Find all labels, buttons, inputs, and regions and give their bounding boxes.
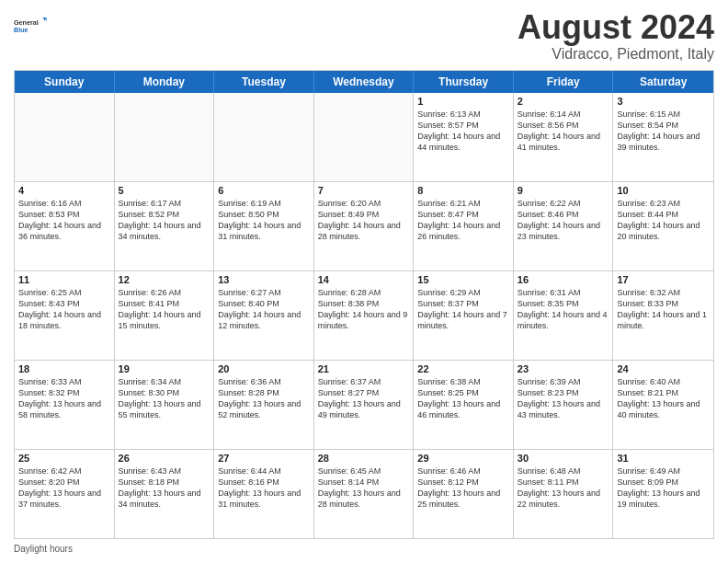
day-cell-7: 7Sunrise: 6:20 AM Sunset: 8:49 PM Daylig… — [314, 182, 415, 270]
day-info-31: Sunrise: 6:49 AM Sunset: 8:09 PM Dayligh… — [617, 465, 710, 511]
footer: Daylight hours — [14, 544, 714, 554]
day-cell-10: 10Sunrise: 6:23 AM Sunset: 8:44 PM Dayli… — [613, 182, 713, 270]
day-info-29: Sunrise: 6:46 AM Sunset: 8:12 PM Dayligh… — [417, 465, 509, 511]
day-number-3: 3 — [617, 96, 710, 107]
header-friday: Friday — [514, 71, 614, 93]
day-cell-18: 18Sunrise: 6:33 AM Sunset: 8:32 PM Dayli… — [15, 361, 115, 449]
day-info-13: Sunrise: 6:27 AM Sunset: 8:40 PM Dayligh… — [218, 287, 310, 332]
calendar-week-3: 11Sunrise: 6:25 AM Sunset: 8:43 PM Dayli… — [15, 270, 713, 360]
day-info-9: Sunrise: 6:22 AM Sunset: 8:46 PM Dayligh… — [518, 198, 609, 243]
page: General Blue August 2024 Vidracco, Piedm… — [0, 0, 728, 563]
day-cell-19: 19Sunrise: 6:34 AM Sunset: 8:30 PM Dayli… — [115, 361, 215, 449]
day-number-31: 31 — [617, 453, 710, 464]
day-info-3: Sunrise: 6:15 AM Sunset: 8:54 PM Dayligh… — [617, 109, 710, 154]
day-cell-30: 30Sunrise: 6:48 AM Sunset: 8:11 PM Dayli… — [514, 450, 614, 538]
day-cell-2: 2Sunrise: 6:14 AM Sunset: 8:56 PM Daylig… — [514, 93, 614, 181]
day-cell-3: 3Sunrise: 6:15 AM Sunset: 8:54 PM Daylig… — [613, 93, 713, 181]
header-wednesday: Wednesday — [314, 71, 415, 93]
header-saturday: Saturday — [613, 71, 713, 93]
day-cell-31: 31Sunrise: 6:49 AM Sunset: 8:09 PM Dayli… — [613, 450, 713, 538]
day-number-18: 18 — [18, 363, 110, 374]
calendar-week-5: 25Sunrise: 6:42 AM Sunset: 8:20 PM Dayli… — [15, 449, 713, 538]
day-cell-22: 22Sunrise: 6:38 AM Sunset: 8:25 PM Dayli… — [414, 361, 514, 449]
day-number-28: 28 — [318, 453, 410, 464]
day-number-4: 4 — [18, 185, 110, 196]
day-info-4: Sunrise: 6:16 AM Sunset: 8:53 PM Dayligh… — [18, 198, 110, 243]
day-number-10: 10 — [617, 185, 710, 196]
day-number-20: 20 — [218, 363, 310, 374]
day-number-9: 9 — [518, 185, 609, 196]
day-number-14: 14 — [318, 274, 410, 285]
day-cell-29: 29Sunrise: 6:46 AM Sunset: 8:12 PM Dayli… — [414, 450, 514, 538]
day-info-5: Sunrise: 6:17 AM Sunset: 8:52 PM Dayligh… — [119, 198, 210, 243]
subtitle: Vidracco, Piedmont, Italy — [518, 46, 714, 63]
day-cell-6: 6Sunrise: 6:19 AM Sunset: 8:50 PM Daylig… — [214, 182, 314, 270]
day-number-22: 22 — [417, 363, 509, 374]
svg-text:General: General — [14, 18, 39, 27]
day-number-5: 5 — [119, 185, 210, 196]
calendar-week-2: 4Sunrise: 6:16 AM Sunset: 8:53 PM Daylig… — [15, 181, 713, 270]
calendar-body: 1Sunrise: 6:13 AM Sunset: 8:57 PM Daylig… — [15, 93, 713, 538]
day-info-11: Sunrise: 6:25 AM Sunset: 8:43 PM Dayligh… — [18, 287, 110, 332]
day-info-30: Sunrise: 6:48 AM Sunset: 8:11 PM Dayligh… — [518, 465, 609, 511]
day-number-12: 12 — [119, 274, 210, 285]
day-cell-1: 1Sunrise: 6:13 AM Sunset: 8:57 PM Daylig… — [414, 93, 514, 181]
day-info-10: Sunrise: 6:23 AM Sunset: 8:44 PM Dayligh… — [617, 198, 710, 243]
day-info-16: Sunrise: 6:31 AM Sunset: 8:35 PM Dayligh… — [518, 287, 609, 332]
day-info-1: Sunrise: 6:13 AM Sunset: 8:57 PM Dayligh… — [417, 109, 509, 154]
empty-cell-w0-d3 — [314, 93, 415, 181]
header: General Blue August 2024 Vidracco, Piedm… — [14, 9, 714, 63]
logo: General Blue — [14, 9, 47, 42]
day-info-21: Sunrise: 6:37 AM Sunset: 8:27 PM Dayligh… — [318, 376, 410, 421]
day-cell-12: 12Sunrise: 6:26 AM Sunset: 8:41 PM Dayli… — [115, 271, 215, 360]
day-number-8: 8 — [417, 185, 509, 196]
day-cell-28: 28Sunrise: 6:45 AM Sunset: 8:14 PM Dayli… — [314, 450, 415, 538]
day-info-26: Sunrise: 6:43 AM Sunset: 8:18 PM Dayligh… — [119, 465, 210, 511]
day-cell-23: 23Sunrise: 6:39 AM Sunset: 8:23 PM Dayli… — [514, 361, 614, 449]
day-info-6: Sunrise: 6:19 AM Sunset: 8:50 PM Dayligh… — [218, 198, 310, 243]
day-cell-4: 4Sunrise: 6:16 AM Sunset: 8:53 PM Daylig… — [15, 182, 115, 270]
title-block: August 2024 Vidracco, Piedmont, Italy — [518, 9, 714, 63]
day-number-21: 21 — [318, 363, 410, 374]
day-number-24: 24 — [617, 363, 710, 374]
day-info-27: Sunrise: 6:44 AM Sunset: 8:16 PM Dayligh… — [218, 465, 310, 511]
day-number-27: 27 — [218, 453, 310, 464]
day-cell-27: 27Sunrise: 6:44 AM Sunset: 8:16 PM Dayli… — [214, 450, 314, 538]
day-cell-8: 8Sunrise: 6:21 AM Sunset: 8:47 PM Daylig… — [414, 182, 514, 270]
day-info-14: Sunrise: 6:28 AM Sunset: 8:38 PM Dayligh… — [318, 287, 410, 332]
day-info-15: Sunrise: 6:29 AM Sunset: 8:37 PM Dayligh… — [417, 287, 509, 332]
day-cell-25: 25Sunrise: 6:42 AM Sunset: 8:20 PM Dayli… — [15, 450, 115, 538]
main-title: August 2024 — [518, 9, 714, 46]
header-tuesday: Tuesday — [214, 71, 314, 93]
day-number-19: 19 — [119, 363, 210, 374]
day-number-13: 13 — [218, 274, 310, 285]
day-number-16: 16 — [518, 274, 609, 285]
day-info-22: Sunrise: 6:38 AM Sunset: 8:25 PM Dayligh… — [417, 376, 509, 421]
day-info-19: Sunrise: 6:34 AM Sunset: 8:30 PM Dayligh… — [119, 376, 210, 421]
day-info-12: Sunrise: 6:26 AM Sunset: 8:41 PM Dayligh… — [119, 287, 210, 332]
day-info-28: Sunrise: 6:45 AM Sunset: 8:14 PM Dayligh… — [318, 465, 410, 511]
day-cell-11: 11Sunrise: 6:25 AM Sunset: 8:43 PM Dayli… — [15, 271, 115, 360]
day-info-2: Sunrise: 6:14 AM Sunset: 8:56 PM Dayligh… — [518, 109, 609, 154]
calendar-week-1: 1Sunrise: 6:13 AM Sunset: 8:57 PM Daylig… — [15, 93, 713, 181]
day-cell-26: 26Sunrise: 6:43 AM Sunset: 8:18 PM Dayli… — [115, 450, 215, 538]
day-cell-9: 9Sunrise: 6:22 AM Sunset: 8:46 PM Daylig… — [514, 182, 614, 270]
header-thursday: Thursday — [414, 71, 514, 93]
day-info-8: Sunrise: 6:21 AM Sunset: 8:47 PM Dayligh… — [417, 198, 509, 243]
day-cell-5: 5Sunrise: 6:17 AM Sunset: 8:52 PM Daylig… — [115, 182, 215, 270]
day-cell-15: 15Sunrise: 6:29 AM Sunset: 8:37 PM Dayli… — [414, 271, 514, 360]
day-number-1: 1 — [417, 96, 509, 107]
day-cell-20: 20Sunrise: 6:36 AM Sunset: 8:28 PM Dayli… — [214, 361, 314, 449]
day-cell-17: 17Sunrise: 6:32 AM Sunset: 8:33 PM Dayli… — [613, 271, 713, 360]
logo-svg: General Blue — [14, 9, 47, 42]
day-cell-16: 16Sunrise: 6:31 AM Sunset: 8:35 PM Dayli… — [514, 271, 614, 360]
day-cell-13: 13Sunrise: 6:27 AM Sunset: 8:40 PM Dayli… — [214, 271, 314, 360]
calendar-week-4: 18Sunrise: 6:33 AM Sunset: 8:32 PM Dayli… — [15, 360, 713, 449]
day-number-2: 2 — [518, 96, 609, 107]
day-cell-24: 24Sunrise: 6:40 AM Sunset: 8:21 PM Dayli… — [613, 361, 713, 449]
day-info-17: Sunrise: 6:32 AM Sunset: 8:33 PM Dayligh… — [617, 287, 710, 332]
day-info-23: Sunrise: 6:39 AM Sunset: 8:23 PM Dayligh… — [518, 376, 609, 421]
day-number-25: 25 — [18, 453, 110, 464]
day-info-7: Sunrise: 6:20 AM Sunset: 8:49 PM Dayligh… — [318, 198, 410, 243]
day-number-26: 26 — [119, 453, 210, 464]
